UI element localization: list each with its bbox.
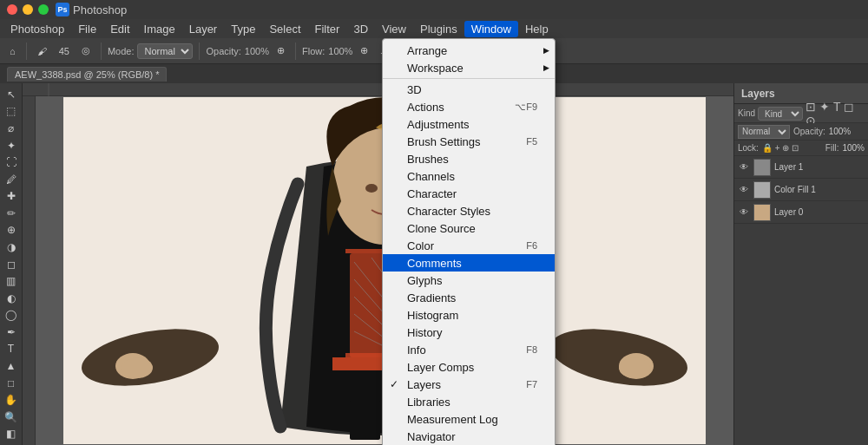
character-styles-label: Character Styles xyxy=(407,205,490,218)
menu-layers[interactable]: Layers F7 xyxy=(383,376,555,393)
menu-window[interactable]: Window xyxy=(464,21,518,37)
menu-type[interactable]: Type xyxy=(224,21,262,37)
tool-dodge[interactable]: ◯ xyxy=(3,308,20,324)
separator-1 xyxy=(383,78,555,79)
menu-layer-comps[interactable]: Layer Comps xyxy=(383,358,555,376)
blend-mode-select[interactable]: Normal xyxy=(738,125,790,139)
layer0-name: Layer 0 xyxy=(774,207,865,217)
lock-row: Lock: 🔒 + ⊕ ⊡ Fill: 100% xyxy=(734,141,868,156)
menu-image[interactable]: Image xyxy=(137,21,182,37)
menu-layer[interactable]: Layer xyxy=(182,21,225,37)
tool-shape[interactable]: □ xyxy=(3,376,20,391)
tool-zoom[interactable]: 🔍 xyxy=(3,409,20,425)
menu-libraries[interactable]: Libraries xyxy=(383,393,555,410)
navigator-label: Navigator xyxy=(407,430,456,443)
menu-3d[interactable]: 3D xyxy=(346,21,375,37)
brushes-label: Brushes xyxy=(407,153,449,166)
menu-photoshop[interactable]: Photoshop xyxy=(3,21,71,37)
menu-history[interactable]: History xyxy=(383,324,555,341)
tool-type[interactable]: T xyxy=(3,342,20,357)
menu-gradients[interactable]: Gradients xyxy=(383,289,555,306)
menu-help[interactable]: Help xyxy=(518,21,556,37)
opacity-value: 100% xyxy=(829,127,852,136)
menu-glyphs[interactable]: Glyphs xyxy=(383,272,555,289)
tool-eyedropper[interactable]: 🖉 xyxy=(3,172,20,187)
minimize-button[interactable] xyxy=(23,4,33,15)
tool-blur[interactable]: ◐ xyxy=(3,291,20,306)
color-label: Color xyxy=(407,239,434,252)
opacity-toggle[interactable]: ⊕ xyxy=(273,43,289,58)
tool-move[interactable]: ↖ xyxy=(3,87,20,102)
tool-brush-l[interactable]: ✏ xyxy=(3,206,20,221)
menu-comments[interactable]: Comments xyxy=(383,254,555,272)
layer-row-layer0[interactable]: 👁 Layer 0 xyxy=(734,201,868,224)
libraries-label: Libraries xyxy=(407,396,450,409)
toolbar-home[interactable]: ⌂ xyxy=(5,44,20,58)
tool-size[interactable]: 45 xyxy=(55,44,74,58)
menu-filter[interactable]: Filter xyxy=(308,21,347,37)
tool-hand[interactable]: ✋ xyxy=(3,392,20,408)
tool-lasso[interactable]: ⌀ xyxy=(3,121,20,136)
menu-file[interactable]: File xyxy=(71,21,103,37)
menu-plugins[interactable]: Plugins xyxy=(413,21,464,37)
opacity-value: 100% xyxy=(245,46,269,56)
svg-rect-15 xyxy=(350,401,380,440)
menu-brush-settings[interactable]: Brush Settings F5 xyxy=(383,133,555,150)
lock-label: Lock: xyxy=(738,143,759,153)
tool-angle[interactable]: ◎ xyxy=(77,43,95,58)
tool-fg-bg[interactable]: ◧ xyxy=(3,427,20,442)
svg-point-12 xyxy=(122,357,153,378)
workspace-label: Workspace xyxy=(407,62,464,75)
tool-pen[interactable]: ✒ xyxy=(3,324,20,340)
tool-rect-select[interactable]: ⬚ xyxy=(3,104,20,120)
app-name: Photoshop xyxy=(73,3,127,16)
menu-brushes[interactable]: Brushes xyxy=(383,150,555,167)
menu-workspace[interactable]: Workspace xyxy=(383,59,555,76)
menu-character-styles[interactable]: Character Styles xyxy=(383,202,555,219)
menu-measurement-log[interactable]: Measurement Log xyxy=(383,410,555,428)
tool-eraser[interactable]: ◻ xyxy=(3,257,20,272)
layer-row-layer1[interactable]: 👁 Layer 1 xyxy=(734,156,868,179)
layer1-visibility[interactable]: 👁 xyxy=(738,161,750,173)
colorfill1-visibility[interactable]: 👁 xyxy=(738,184,750,196)
tool-crop[interactable]: ⛶ xyxy=(3,154,20,170)
menu-info[interactable]: Info F8 xyxy=(383,341,555,358)
tool-magic-wand[interactable]: ✦ xyxy=(3,138,20,154)
menu-clone-source[interactable]: Clone Source xyxy=(383,219,555,237)
channels-label: Channels xyxy=(407,170,455,183)
character-label: Character xyxy=(407,187,457,200)
tool-clone[interactable]: ⊕ xyxy=(3,223,20,239)
menu-edit[interactable]: Edit xyxy=(103,21,136,37)
kind-select[interactable]: Kind xyxy=(758,107,803,121)
tool-history[interactable]: ◑ xyxy=(3,239,20,255)
document-tab[interactable]: AEW_3388.psd @ 25% (RGB/8) * xyxy=(7,67,167,82)
menu-color[interactable]: Color F6 xyxy=(383,237,555,254)
tool-gradient[interactable]: ▥ xyxy=(3,273,20,289)
menu-character[interactable]: Character xyxy=(383,185,555,202)
menu-arrange[interactable]: Arrange xyxy=(383,42,555,59)
menu-select[interactable]: Select xyxy=(262,21,307,37)
menu-3d[interactable]: 3D xyxy=(383,81,555,98)
layer0-visibility[interactable]: 👁 xyxy=(738,206,750,219)
menu-adjustments[interactable]: Adjustments xyxy=(383,115,555,133)
flow-toggle[interactable]: ⊕ xyxy=(356,43,372,58)
adjustments-label: Adjustments xyxy=(407,118,470,131)
arrange-label: Arrange xyxy=(407,44,447,57)
menu-channels[interactable]: Channels xyxy=(383,167,555,185)
layer-comps-label: Layer Comps xyxy=(407,361,474,374)
mode-select[interactable]: Normal xyxy=(137,43,193,59)
menu-navigator[interactable]: Navigator xyxy=(383,428,555,445)
layer-row-colorfill1[interactable]: 👁 Color Fill 1 xyxy=(734,179,868,201)
menu-histogram[interactable]: Histogram xyxy=(383,306,555,324)
tool-brush[interactable]: 🖌 xyxy=(33,44,51,58)
tool-path-select[interactable]: ▲ xyxy=(3,358,20,374)
tool-healing[interactable]: ✚ xyxy=(3,188,20,204)
ruler-horizontal xyxy=(23,83,733,96)
menu-view[interactable]: View xyxy=(375,21,413,37)
layer1-thumbnail xyxy=(753,159,771,176)
mode-label: Mode: xyxy=(108,46,135,56)
menu-actions[interactable]: Actions ⌥F9 xyxy=(383,98,555,115)
maximize-button[interactable] xyxy=(38,4,49,15)
layers-label: Layers xyxy=(407,378,441,391)
close-button[interactable] xyxy=(7,4,17,15)
